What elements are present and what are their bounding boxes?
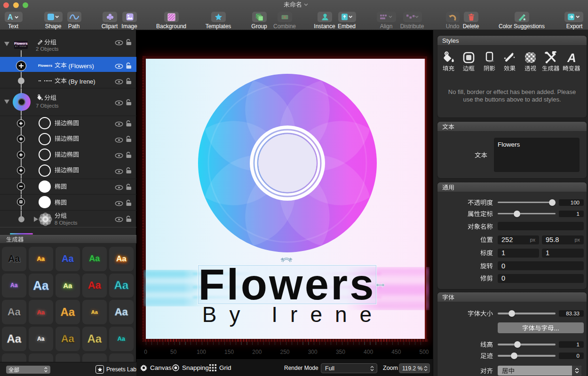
- svg-text:A: A: [8, 14, 13, 21]
